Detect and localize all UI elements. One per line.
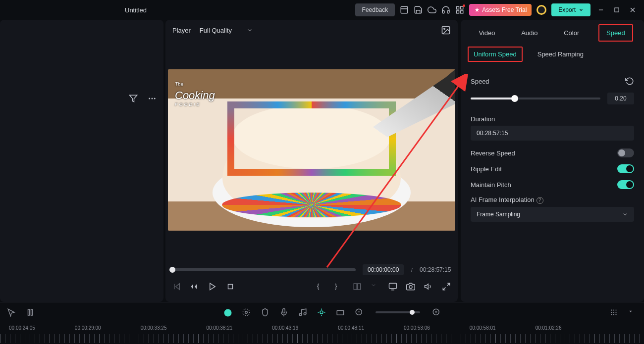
magnet-icon[interactable]	[317, 308, 326, 317]
svg-point-36	[299, 313, 302, 316]
maximize-button[interactable]	[611, 4, 622, 15]
crop-icon[interactable]	[336, 308, 345, 317]
mark-in-icon[interactable]: {	[317, 282, 326, 291]
svg-marker-26	[425, 284, 429, 290]
filter-icon[interactable]	[129, 94, 139, 104]
tab-audio[interactable]: Audio	[514, 25, 544, 41]
effects-icon[interactable]	[242, 308, 251, 317]
svg-rect-6	[615, 8, 619, 12]
properties-panel: Video Audio Color Speed Uniform Speed Sp…	[461, 20, 644, 302]
svg-point-31	[224, 309, 232, 317]
svg-rect-29	[28, 309, 30, 315]
grid-icon[interactable]	[609, 308, 618, 317]
zoom-in-icon[interactable]	[432, 308, 441, 317]
duration-input[interactable]: 00:28:57:15	[471, 126, 634, 141]
feedback-button[interactable]: Feedback	[355, 3, 395, 16]
ruler-tick: 00:01:02:26	[536, 325, 562, 331]
svg-rect-23	[389, 283, 397, 289]
cloud-icon[interactable]	[428, 5, 436, 14]
step-back-icon[interactable]	[190, 282, 199, 291]
prev-frame-icon[interactable]	[172, 282, 181, 291]
layout-icon[interactable]	[400, 5, 409, 14]
video-preview[interactable]: The Cooking FOODIE	[165, 41, 458, 259]
help-icon[interactable]: ?	[537, 197, 543, 204]
ripple-edit-label: Ripple Edit	[471, 165, 502, 173]
ai-interp-select[interactable]: Frame Sampling	[471, 207, 634, 222]
svg-rect-2	[461, 6, 463, 9]
coin-icon[interactable]	[537, 5, 546, 15]
chevron-down-icon[interactable]	[371, 282, 379, 291]
volume-icon[interactable]	[424, 282, 433, 291]
svg-rect-20	[228, 285, 233, 289]
svg-line-28	[443, 288, 445, 290]
apps-icon[interactable]	[455, 5, 464, 14]
svg-rect-21	[354, 284, 357, 290]
svg-point-14	[444, 28, 445, 30]
ruler-tick: 00:00:53:06	[404, 325, 430, 331]
fullscreen-icon[interactable]	[442, 282, 451, 291]
svg-rect-3	[461, 11, 463, 13]
more-icon[interactable]	[148, 94, 158, 104]
play-icon[interactable]	[208, 282, 217, 291]
ruler-tick: 00:00:58:01	[470, 325, 496, 331]
zoom-out-icon[interactable]	[355, 308, 364, 317]
ruler-tick: 00:00:29:00	[75, 325, 101, 331]
svg-rect-1	[457, 6, 459, 9]
camera-icon[interactable]	[406, 282, 415, 291]
timeline: 00:00:24:0500:00:29:0000:00:33:2500:00:3…	[0, 302, 644, 344]
progress-bar[interactable]	[172, 268, 356, 271]
music-icon[interactable]	[298, 308, 307, 317]
player-controls: 00:00:00:00 / 00:28:57:15 { }	[165, 259, 458, 302]
svg-point-49	[611, 309, 612, 310]
stop-icon[interactable]	[226, 282, 235, 291]
player-bar: Player Full Quality	[165, 20, 458, 41]
marker-icon[interactable]	[261, 308, 269, 317]
svg-point-52	[611, 312, 612, 313]
compare-icon[interactable]	[353, 282, 362, 291]
dropdown-icon[interactable]	[628, 308, 637, 317]
ruler-tick: 00:00:38:21	[206, 325, 232, 331]
speed-value[interactable]: 0.20	[607, 93, 634, 104]
svg-rect-22	[358, 284, 361, 290]
ai-interp-label: AI Frame Interpolation?	[471, 196, 543, 204]
zoom-slider[interactable]	[376, 311, 420, 313]
timeline-ruler[interactable]: 00:00:24:0500:00:29:0000:00:33:2500:00:3…	[0, 322, 644, 344]
svg-point-55	[611, 314, 612, 315]
ai-icon[interactable]	[223, 308, 232, 317]
mark-out-icon[interactable]: }	[335, 282, 344, 291]
svg-point-51	[615, 309, 616, 310]
export-label: Export	[558, 6, 576, 13]
tab-video[interactable]: Video	[472, 25, 502, 41]
quality-dropdown[interactable]: Full Quality	[200, 27, 253, 34]
display-icon[interactable]	[388, 282, 397, 291]
minimize-button[interactable]	[595, 4, 606, 15]
trim-icon[interactable]	[26, 308, 35, 317]
svg-point-50	[613, 309, 614, 310]
svg-marker-15	[176, 284, 180, 290]
reverse-speed-toggle[interactable]	[617, 148, 634, 157]
subtab-uniform-speed[interactable]: Uniform Speed	[468, 47, 523, 62]
export-button[interactable]: Export	[551, 3, 590, 16]
svg-line-27	[447, 283, 450, 286]
reset-speed-icon[interactable]	[625, 77, 634, 86]
tab-speed[interactable]: Speed	[598, 24, 633, 42]
maintain-pitch-toggle[interactable]	[617, 180, 634, 189]
save-icon[interactable]	[414, 5, 423, 14]
tab-color[interactable]: Color	[557, 25, 586, 41]
headphones-icon[interactable]	[441, 5, 450, 14]
mic-icon[interactable]	[279, 308, 288, 317]
subtab-speed-ramping[interactable]: Speed Ramping	[533, 48, 589, 61]
pointer-icon[interactable]	[7, 308, 16, 317]
duration-label: Duration	[471, 115, 634, 123]
svg-rect-34	[283, 309, 285, 313]
snapshot-icon[interactable]	[441, 25, 451, 35]
speed-slider[interactable]	[471, 98, 600, 99]
ripple-edit-toggle[interactable]	[617, 164, 634, 173]
assets-trial-button[interactable]: Assets Free Trial	[469, 4, 532, 16]
speed-label: Speed	[471, 78, 489, 85]
svg-rect-43	[337, 310, 344, 315]
close-button[interactable]	[627, 4, 638, 15]
svg-rect-30	[31, 309, 33, 315]
svg-marker-9	[130, 95, 137, 102]
svg-point-57	[615, 314, 616, 315]
